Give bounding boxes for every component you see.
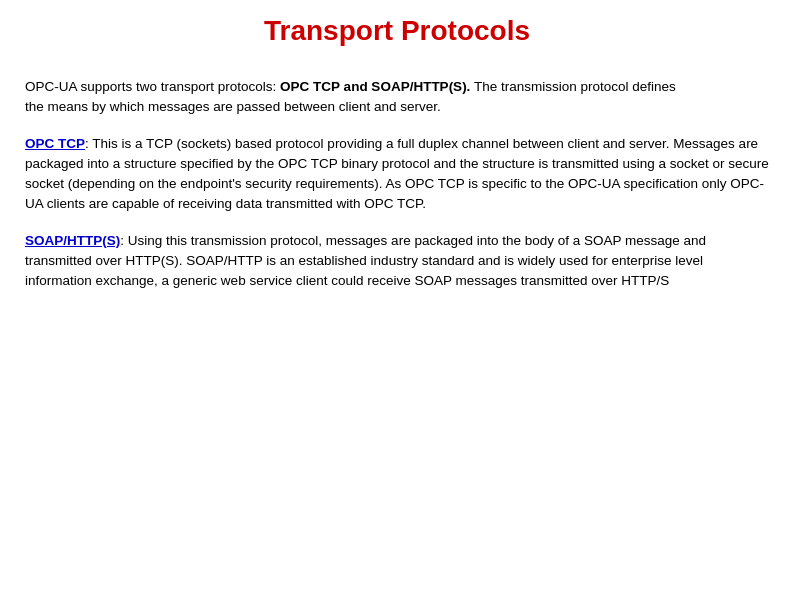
soap-http-paragraph: SOAP/HTTP(S): Using this transmission pr… (25, 231, 769, 292)
soap-http-link[interactable]: SOAP/HTTP(S) (25, 233, 120, 248)
opc-tcp-text: : This is a TCP (sockets) based protocol… (25, 136, 769, 212)
content-area: OPC-UA supports two transport protocols:… (20, 77, 774, 291)
opc-tcp-link[interactable]: OPC TCP (25, 136, 85, 151)
intro-highlight: OPC TCP and SOAP/HTTP(S). (280, 79, 470, 94)
soap-http-text: : Using this transmission protocol, mess… (25, 233, 706, 289)
intro-paragraph: OPC-UA supports two transport protocols:… (25, 77, 769, 118)
opc-tcp-paragraph: OPC TCP: This is a TCP (sockets) based p… (25, 134, 769, 215)
intro-text-before: OPC-UA supports two transport protocols: (25, 79, 280, 94)
page-container: Transport Protocols OPC-UA supports two … (0, 0, 794, 595)
page-title: Transport Protocols (20, 10, 774, 47)
